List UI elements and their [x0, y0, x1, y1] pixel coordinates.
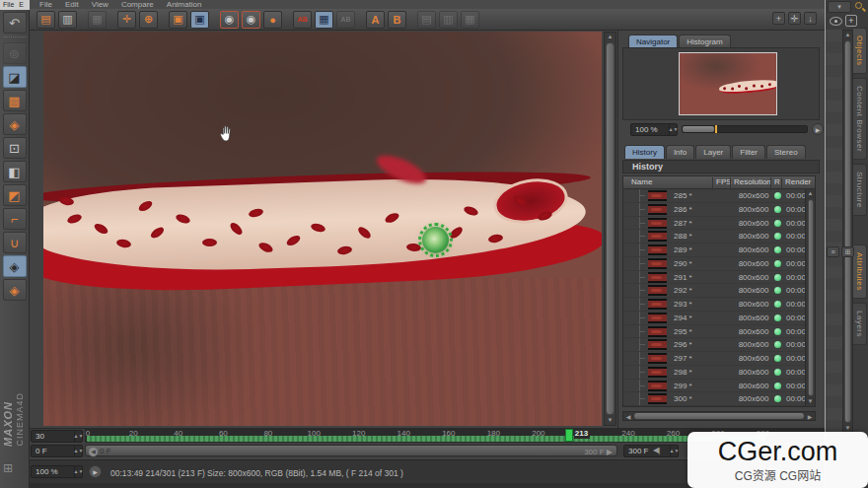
- scroll-right-icon[interactable]: ▶: [805, 413, 815, 420]
- history-row[interactable]: 294 *800x60000:00:0: [623, 312, 806, 325]
- history-row[interactable]: 293 *800x60000:00:0: [623, 298, 806, 312]
- tab-stereo[interactable]: Stereo: [766, 145, 806, 159]
- dock-mini-button[interactable]: ≡: [827, 246, 839, 257]
- ab-swap-icon[interactable]: AB: [293, 11, 312, 29]
- history-row[interactable]: 290 *800x60000:00:0: [623, 257, 806, 271]
- ab-blend-icon[interactable]: AB: [336, 11, 355, 29]
- render-viewport[interactable]: [43, 32, 602, 426]
- background-menu-item[interactable]: File: [3, 1, 14, 8]
- scroll-thumb[interactable]: [634, 413, 804, 419]
- tab-info[interactable]: Info: [666, 145, 694, 159]
- status-zoom-spinner[interactable]: 100 % ▲▼: [31, 465, 83, 478]
- compare-b-icon[interactable]: ◉: [242, 11, 260, 29]
- menu-compare[interactable]: Compare: [121, 0, 154, 9]
- history-row[interactable]: 287 *800x60000:00:0: [623, 217, 806, 231]
- spinner-arrows-icon[interactable]: ▲▼: [74, 466, 82, 477]
- column-header-resolution[interactable]: Resolution: [734, 177, 771, 186]
- history-row[interactable]: 285 *800x60000:00:0: [623, 189, 806, 203]
- workplane-lock-icon[interactable]: ◈: [3, 255, 27, 277]
- navigator-thumbnail[interactable]: [679, 52, 777, 115]
- history-row[interactable]: 296 *800x60000:00:0: [623, 338, 806, 352]
- set-b-icon[interactable]: B: [388, 11, 406, 29]
- dock-tab-layers[interactable]: Layers: [853, 303, 867, 345]
- compare-a-icon[interactable]: ◉: [220, 11, 239, 29]
- tab-filter[interactable]: Filter: [732, 145, 765, 159]
- spinner-arrows-icon[interactable]: ▲▼: [670, 446, 678, 456]
- scroll-up-icon[interactable]: ▲: [808, 189, 814, 198]
- history-row[interactable]: 291 *800x60000:00:0: [623, 271, 806, 285]
- range-left-arrow-icon[interactable]: ◀: [89, 448, 98, 456]
- tab-layer[interactable]: Layer: [695, 145, 731, 159]
- spinner-arrows-icon[interactable]: ▲▼: [74, 446, 82, 456]
- menu-view[interactable]: View: [92, 0, 108, 9]
- fit-screen-icon[interactable]: ▣: [190, 11, 209, 29]
- spinner-arrows-icon[interactable]: ▲▼: [669, 124, 677, 135]
- dock-move-icon[interactable]: ✛: [788, 12, 801, 25]
- set-a-icon[interactable]: A: [366, 11, 385, 29]
- range-right-arrow-icon[interactable]: ▶: [607, 448, 613, 456]
- fit-image-icon[interactable]: ▣: [169, 11, 187, 29]
- filmstrip-1-icon[interactable]: ▤: [417, 11, 436, 29]
- zoom-slider-thumb[interactable]: [683, 126, 714, 132]
- scroll-left-icon[interactable]: ◀: [623, 413, 633, 420]
- timeline-playhead[interactable]: [565, 429, 573, 442]
- texture-mode-icon[interactable]: ▩: [3, 90, 27, 111]
- dock-undock-icon[interactable]: ↓: [804, 12, 817, 25]
- visibility-eye-icon[interactable]: [830, 17, 842, 26]
- scroll-thumb[interactable]: [844, 40, 851, 423]
- history-row[interactable]: 298 *800x60000:00:0: [623, 366, 806, 380]
- zoom-tool-icon[interactable]: ⊕: [139, 11, 158, 29]
- snap-magnet-icon[interactable]: ∪: [3, 232, 27, 253]
- column-header-r[interactable]: R: [774, 177, 780, 186]
- undo-icon[interactable]: ↶: [3, 12, 27, 34]
- compare-ab-icon[interactable]: ●: [263, 11, 282, 29]
- scroll-thumb[interactable]: [606, 42, 615, 415]
- end-frame-spinner[interactable]: 300 F ▲▼: [623, 445, 679, 457]
- dock-tab-attributes[interactable]: Attributes: [853, 244, 867, 299]
- axis-mode-icon[interactable]: ⌐: [3, 208, 27, 230]
- dock-vscrollbar[interactable]: ▲ ▼: [842, 30, 853, 434]
- history-row[interactable]: 286 *800x60000:00:0: [623, 203, 806, 217]
- edges-mode-icon[interactable]: ◧: [3, 161, 27, 182]
- dock-tab-content-browser[interactable]: Content Browser: [853, 78, 867, 160]
- dock-plus-icon[interactable]: +: [772, 12, 785, 25]
- save-image-icon[interactable]: ▥: [58, 11, 77, 29]
- history-row[interactable]: 288 *800x60000:00:0: [623, 230, 806, 244]
- tab-history[interactable]: History: [624, 145, 665, 159]
- modeling-sphere-icon[interactable]: ⊚: [3, 42, 27, 64]
- move-tool-icon[interactable]: ✛: [117, 11, 136, 29]
- workplane-rotate-icon[interactable]: ◈: [3, 279, 27, 301]
- play-button[interactable]: ▶: [89, 465, 102, 478]
- model-mode-icon[interactable]: ◪: [3, 66, 27, 88]
- menu-animation[interactable]: Animation: [167, 0, 202, 9]
- menu-file[interactable]: File: [39, 0, 52, 9]
- tab-navigator[interactable]: Navigator: [628, 35, 678, 48]
- add-object-icon[interactable]: +: [845, 15, 857, 27]
- spinner-arrows-icon[interactable]: ▲▼: [74, 431, 82, 442]
- open-image-icon[interactable]: ▤: [36, 11, 55, 29]
- menu-edit[interactable]: Edit: [65, 0, 79, 9]
- tab-histogram[interactable]: Histogram: [679, 35, 730, 48]
- layout-dropdown[interactable]: ▾: [828, 1, 851, 13]
- scroll-up-icon[interactable]: ▲: [845, 31, 851, 39]
- history-vscrollbar[interactable]: ▲ ▼: [805, 189, 815, 406]
- scroll-down-icon[interactable]: ▼: [808, 397, 814, 406]
- history-row[interactable]: 292 *800x60000:00:0: [623, 284, 806, 298]
- range-slider[interactable]: ◀0 F 300 F ▶: [85, 445, 617, 456]
- dock-tab-objects[interactable]: Objects: [853, 28, 867, 74]
- scroll-thumb[interactable]: [808, 199, 814, 396]
- dock-tab-structure[interactable]: Structure: [853, 164, 867, 216]
- dock-mini-button[interactable]: ⊞: [841, 246, 854, 257]
- history-hscrollbar[interactable]: ◀ ▶: [622, 411, 816, 421]
- history-row[interactable]: 299 *800x60000:00:0: [623, 380, 806, 393]
- workplane-icon[interactable]: ◈: [3, 113, 27, 135]
- history-row[interactable]: 295 *800x60000:00:0: [623, 325, 806, 339]
- transport-controls[interactable]: ◀|: [653, 446, 659, 454]
- compare-grid-icon[interactable]: ▦: [315, 11, 333, 29]
- current-frame-spinner[interactable]: 0 F ▲▼: [31, 445, 83, 457]
- polygons-mode-icon[interactable]: ◩: [3, 184, 27, 206]
- navigator-zoom-slider[interactable]: [682, 125, 808, 133]
- convert-image-icon[interactable]: ▦: [88, 11, 107, 29]
- background-menu-item[interactable]: E: [19, 1, 24, 8]
- column-header-render[interactable]: Render: [785, 177, 811, 186]
